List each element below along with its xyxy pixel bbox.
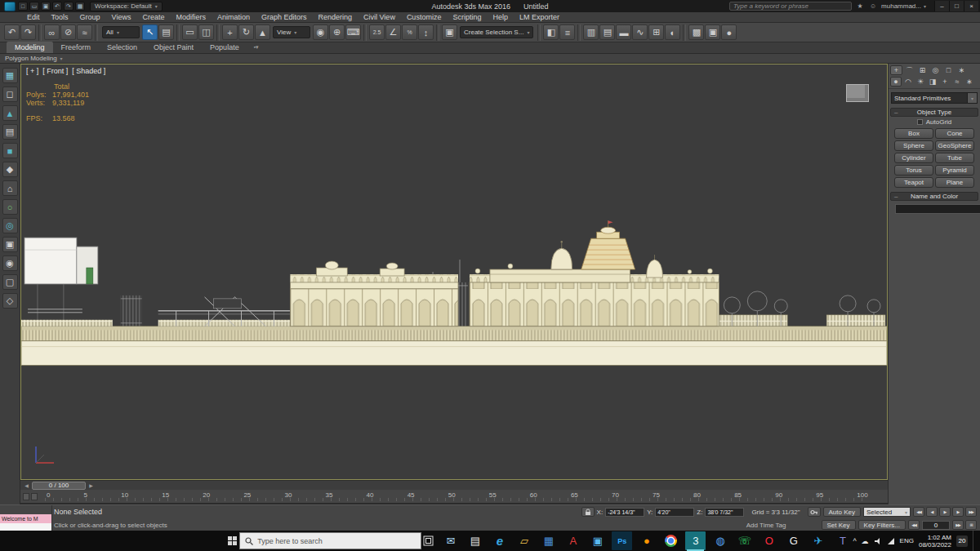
bind-to-space-warp-icon[interactable]: ≈ (77, 24, 92, 40)
select-and-manipulate-icon[interactable]: ⊕ (329, 24, 345, 40)
edit-named-selection-sets-icon[interactable]: ▣ (442, 24, 457, 40)
menu-civil-view[interactable]: Civil View (358, 12, 401, 23)
percent-snap-toggle-icon[interactable]: % (402, 24, 417, 40)
undo-quick-icon[interactable]: ↶ (52, 2, 62, 11)
keyboard-shortcut-override-icon[interactable]: ⌨ (345, 24, 361, 40)
menu-animation[interactable]: Animation (212, 12, 256, 23)
cylinder-primitive-button[interactable]: Cylinder (894, 153, 933, 163)
viewport-general-menu[interactable]: [ + ] (26, 67, 38, 75)
action-center-badge[interactable]: 20 (956, 535, 968, 547)
toggle-ribbon-icon[interactable]: ▬ (616, 24, 631, 40)
tab-freeform[interactable]: Freeform (53, 42, 100, 53)
add-time-tag[interactable]: Add Time Tag (746, 522, 786, 529)
project-folder-icon[interactable]: ▦ (75, 2, 85, 11)
set-key-mode-icon[interactable] (808, 507, 821, 517)
menu-rendering[interactable]: Rendering (313, 12, 359, 23)
viewport-pov-menu[interactable]: [ Front ] (42, 67, 68, 75)
menu-create[interactable]: Create (136, 12, 170, 23)
window-crossing-toggle-icon[interactable]: ◫ (198, 24, 214, 40)
taskbar-clock[interactable]: 1:02 AM 08/03/2022 (919, 534, 951, 549)
previous-key-icon[interactable]: ◀◀ (908, 520, 920, 530)
reference-coordinate-system-dropdown[interactable]: View (273, 26, 310, 38)
menu-customize[interactable]: Customize (401, 12, 448, 23)
sphere-primitive-tool-icon[interactable]: ○ (2, 199, 18, 215)
hidden-icons-chevron[interactable]: ^ (853, 537, 856, 545)
mirror-icon[interactable]: ◧ (543, 24, 559, 40)
polygon-modeling-bar[interactable]: Polygon Modeling (0, 54, 980, 64)
time-slider[interactable]: ◀ 0 / 100 ▶ (20, 480, 888, 490)
go-to-end-icon[interactable]: ▶▶ (965, 507, 977, 517)
main-temple-hall[interactable] (470, 264, 719, 327)
display-tab[interactable]: □ (942, 65, 955, 75)
lights-category[interactable]: ☀ (915, 77, 926, 87)
torus-primitive-tool-icon[interactable]: ◎ (2, 218, 18, 233)
plane-tool-icon[interactable]: ▢ (2, 274, 18, 290)
spinner-snap-toggle-icon[interactable]: ↕ (418, 24, 434, 40)
y-coordinate-field[interactable]: 4'20" (655, 508, 694, 517)
geometry-category[interactable]: ● (890, 77, 902, 87)
current-frame-field[interactable]: 0 (922, 521, 950, 530)
name-color-rollout-header[interactable]: – Name and Color (890, 192, 978, 201)
open-file-icon[interactable]: ▭ (29, 2, 39, 11)
go-to-start-icon[interactable]: ◀◀ (913, 507, 924, 517)
key-filters-button[interactable]: Key Filters... (858, 520, 906, 530)
redo-icon[interactable]: ↷ (20, 24, 36, 40)
cameras-category[interactable]: ◨ (927, 77, 938, 87)
sign-in-icon[interactable]: ☺ (868, 2, 878, 11)
geosphere-primitive-button[interactable]: GeoSphere (935, 140, 974, 151)
opera-app-icon[interactable]: O (759, 531, 779, 550)
favorites-icon[interactable]: ★ (855, 2, 865, 11)
next-key-icon[interactable]: ▶▶ (952, 520, 964, 530)
right-boundary-wall[interactable] (719, 315, 885, 327)
taskbar-search[interactable] (239, 532, 421, 549)
select-and-rotate-icon[interactable]: ↻ (238, 24, 254, 40)
rectangular-selection-region-icon[interactable]: ▭ (182, 24, 198, 40)
undo-icon[interactable]: ↶ (4, 24, 20, 40)
select-and-link-icon[interactable]: ∞ (44, 24, 60, 40)
tab-populate[interactable]: Populate (202, 42, 247, 53)
firefox-app-icon[interactable]: ● (636, 531, 657, 550)
front-viewport[interactable]: [ + ] [ Front ] [ Shaded ] Total Polys:1… (20, 64, 888, 480)
whatsapp-app-icon[interactable]: ☏ (734, 531, 755, 550)
time-slider-next-arrow[interactable]: ▶ (87, 482, 95, 488)
play-animation-icon[interactable]: ▶ (939, 507, 951, 517)
toggle-layer-explorer-icon[interactable]: ▤ (599, 24, 615, 40)
viewport-shading-menu[interactable]: [ Shaded ] (72, 67, 105, 75)
teapot-primitive-button[interactable]: Teapot (894, 177, 933, 188)
box-select-tool-icon[interactable]: ▣ (2, 237, 18, 252)
start-button[interactable] (227, 532, 238, 550)
app-logo-icon[interactable] (4, 2, 16, 11)
time-slider-prev-arrow[interactable]: ◀ (23, 482, 30, 488)
toggle-scene-explorer-icon[interactable]: ▥ (583, 24, 599, 40)
polygon-box-tool-icon[interactable]: ◻ (2, 87, 18, 102)
previous-frame-icon[interactable]: ◀ (926, 507, 938, 517)
close-button[interactable]: × (964, 1, 978, 11)
next-frame-icon[interactable]: ▶ (952, 507, 964, 517)
pivot-tool-icon[interactable]: ◉ (2, 256, 18, 271)
menu-group[interactable]: Group (74, 12, 106, 23)
transform-type-in-lock-icon[interactable] (581, 507, 595, 517)
tab-selection[interactable]: Selection (99, 42, 145, 53)
acrobat-app-icon[interactable]: A (563, 531, 583, 550)
menu-lm-exporter[interactable]: LM Exporter (514, 12, 565, 23)
auto-key-button[interactable]: Auto Key (823, 507, 861, 517)
macro-recorder-line[interactable]: Welcome to M (0, 514, 51, 523)
use-pivot-point-center-icon[interactable]: ◉ (313, 24, 328, 40)
messenger-app-icon[interactable]: ◍ (710, 531, 730, 550)
tab-modeling[interactable]: Modeling (7, 42, 53, 53)
menu-graph-editors[interactable]: Graph Editors (256, 12, 313, 23)
viewport-layout-tab-icon[interactable]: ▦ (2, 68, 18, 83)
network-icon[interactable] (887, 537, 895, 545)
menu-modifiers[interactable]: Modifiers (170, 12, 212, 23)
paint-deform-tool-icon[interactable]: ▤ (2, 124, 18, 140)
tube-primitive-button[interactable]: Tube (935, 153, 974, 163)
viewcube[interactable] (846, 84, 869, 102)
tab-object-paint[interactable]: Object Paint (145, 42, 202, 53)
animate-selection-dropdown[interactable]: Selected (863, 507, 911, 517)
user-account-menu[interactable]: muhammad... (881, 2, 926, 10)
movies-app-icon[interactable]: ▦ (538, 531, 559, 550)
edge-app-icon[interactable]: e (489, 531, 510, 550)
menu-help[interactable]: Help (487, 12, 514, 23)
photos-app-icon[interactable]: ▣ (587, 531, 608, 550)
shapes-category[interactable]: ◠ (902, 77, 914, 87)
